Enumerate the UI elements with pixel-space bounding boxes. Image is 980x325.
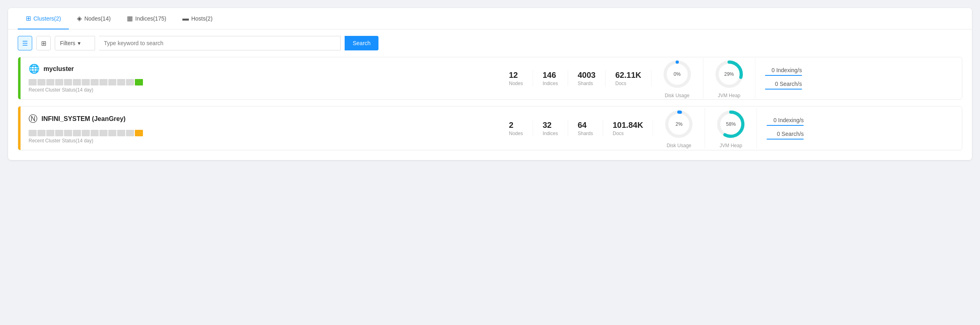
jvm-heap-title-infini: JVM Heap (719, 143, 742, 148)
indexing-value-mycluster: 0 Indexing/s (765, 67, 802, 73)
docs-label-infini: Docs (613, 131, 624, 136)
cluster-name-infini: INFINI_SYSTEM (JeanGrey) (41, 115, 126, 123)
disk-usage-title-infini: Disk Usage (667, 143, 691, 148)
jvm-heap-pct-mycluster: 29% (724, 71, 734, 77)
nodes-label-infini: Nodes (509, 131, 523, 136)
stat-shards-infini: 64 Shards (568, 120, 603, 136)
indices-icon: ▦ (127, 15, 133, 22)
history-block (117, 130, 125, 136)
app-container: ⊞ Clusters(2) ◈ Nodes(14) ▦ Indices(175)… (8, 8, 972, 160)
indexing-rate-infini: 0 Indexing/s (767, 117, 804, 126)
disk-usage-title-mycluster: Disk Usage (665, 93, 689, 98)
history-block (29, 79, 37, 85)
clusters-list: 🌐 mycluster (8, 57, 972, 160)
shards-label-infini: Shards (578, 131, 593, 136)
cluster-main-mycluster: 🌐 mycluster (21, 57, 499, 99)
jvm-heap-pct-infini: 58% (726, 121, 736, 127)
stat-indices-infini: 32 Indices (533, 120, 568, 136)
cluster-name-mycluster: mycluster (43, 65, 74, 73)
grid-view-button[interactable]: ⊞ (36, 36, 51, 50)
tab-indices[interactable]: ▦ Indices(175) (119, 8, 174, 29)
cluster-stats-infini: 2 Nodes 32 Indices 64 Shards 101.84K Doc… (499, 108, 962, 148)
filter-label: Filters (60, 40, 75, 46)
history-block (91, 130, 99, 136)
jvm-heap-chart-mycluster: 29% JVM Heap (703, 58, 755, 98)
history-block (99, 130, 108, 136)
history-block (37, 79, 45, 85)
stat-docs-mycluster: 62.11K Docs (606, 70, 651, 86)
search-bar-infini (767, 139, 804, 140)
stat-shards-mycluster: 4003 Shards (568, 70, 606, 86)
indices-value-mycluster: 146 (543, 70, 556, 80)
indexing-value-infini: 0 Indexing/s (767, 117, 804, 123)
cluster-history-mycluster (29, 79, 491, 85)
search-bar-mycluster (765, 89, 802, 90)
cluster-card-mycluster: 🌐 mycluster (18, 57, 962, 100)
disk-usage-chart-mycluster: 0% Disk Usage (651, 58, 703, 98)
search-rate-mycluster: 0 Search/s (765, 81, 802, 90)
cluster-status-label-infini: Recent Cluster Status(14 day) (29, 138, 491, 144)
stat-nodes-infini: 2 Nodes (499, 120, 533, 136)
tab-clusters[interactable]: ⊞ Clusters(2) (18, 8, 69, 29)
history-block (117, 79, 125, 85)
docs-value-mycluster: 62.11K (615, 70, 641, 80)
stat-nodes-mycluster: 12 Nodes (499, 70, 533, 86)
indices-value-infini: 32 (543, 120, 552, 130)
hosts-icon: ▬ (182, 15, 189, 22)
disk-usage-pct-mycluster: 0% (674, 71, 680, 77)
toolbar: ☰ ⊞ Filters ▾ Search (8, 29, 972, 57)
history-block (64, 130, 72, 136)
cluster-header-mycluster: 🌐 mycluster (29, 64, 491, 74)
history-block (82, 130, 90, 136)
history-block (108, 79, 116, 85)
cluster-icon-mycluster: 🌐 (29, 64, 39, 74)
rate-stats-infini: 0 Indexing/s 0 Search/s (757, 117, 813, 140)
stat-docs-infini: 101.84K Docs (603, 120, 653, 136)
history-block (29, 130, 37, 136)
tab-indices-label: Indices(175) (135, 15, 166, 22)
cluster-status-label-mycluster: Recent Cluster Status(14 day) (29, 87, 491, 93)
tab-nodes[interactable]: ◈ Nodes(14) (69, 8, 118, 29)
docs-value-infini: 101.84K (613, 120, 643, 130)
shards-value-infini: 64 (578, 120, 587, 130)
history-block (126, 130, 134, 136)
history-block (126, 79, 134, 85)
disk-donut-mycluster: 0% (661, 58, 693, 90)
nodes-label-mycluster: Nodes (509, 81, 523, 86)
jvm-donut-mycluster: 29% (713, 58, 745, 90)
tab-clusters-label: Clusters(2) (33, 15, 61, 22)
nodes-value-mycluster: 12 (509, 70, 518, 80)
history-block-current (135, 79, 143, 85)
history-block (82, 79, 90, 85)
clusters-icon: ⊞ (26, 15, 31, 22)
filter-dropdown[interactable]: Filters ▾ (55, 36, 95, 50)
list-view-button[interactable]: ☰ (18, 36, 32, 50)
jvm-heap-chart-infini: 58% JVM Heap (705, 108, 757, 148)
tab-nodes-label: Nodes(14) (84, 15, 110, 22)
history-block (46, 130, 54, 136)
history-block (46, 79, 54, 85)
indexing-rate-mycluster: 0 Indexing/s (765, 67, 802, 76)
search-rate-infini: 0 Search/s (767, 131, 804, 140)
cluster-icon-infini: Ⓝ (29, 113, 37, 125)
indexing-bar-infini (767, 125, 804, 126)
search-input[interactable] (99, 36, 341, 50)
chevron-down-icon: ▾ (78, 40, 81, 46)
nodes-icon: ◈ (77, 15, 82, 22)
cluster-card-infini: Ⓝ INFINI_SYSTEM (JeanGrey) (18, 106, 962, 150)
search-value-mycluster: 0 Search/s (765, 81, 802, 87)
shards-label-mycluster: Shards (578, 81, 593, 86)
search-button-label: Search (353, 40, 370, 46)
jvm-heap-title-mycluster: JVM Heap (718, 93, 740, 98)
tab-hosts[interactable]: ▬ Hosts(2) (174, 8, 221, 29)
jvm-donut-infini: 58% (715, 108, 747, 140)
history-block-current (135, 130, 143, 136)
indices-label-mycluster: Indices (543, 81, 558, 86)
grid-view-icon: ⊞ (41, 40, 46, 47)
cluster-main-infini: Ⓝ INFINI_SYSTEM (JeanGrey) (21, 106, 499, 150)
tab-hosts-label: Hosts(2) (191, 15, 213, 22)
history-block (108, 130, 116, 136)
cluster-stats-mycluster: 12 Nodes 146 Indices 4003 Shards 62.11K … (499, 58, 962, 98)
rate-stats-mycluster: 0 Indexing/s 0 Search/s (755, 67, 812, 90)
search-button[interactable]: Search (345, 36, 378, 50)
